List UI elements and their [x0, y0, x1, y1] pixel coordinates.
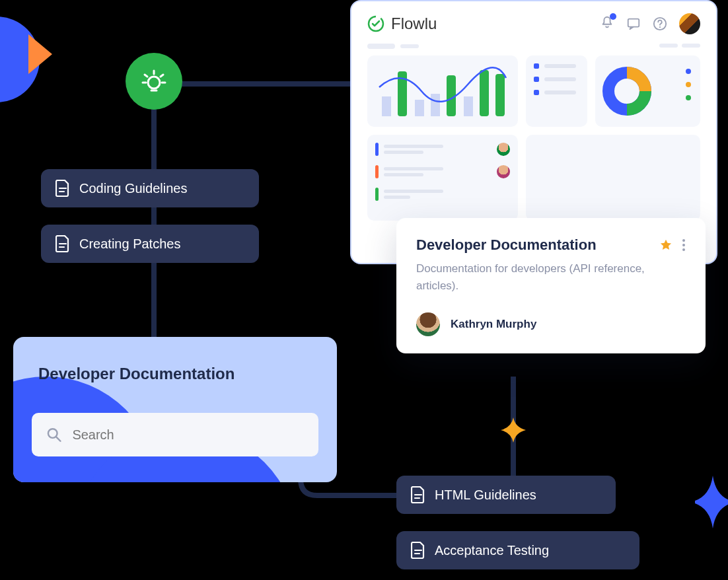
svg-point-23	[659, 26, 661, 28]
chip-label: Coding Guidelines	[79, 181, 187, 196]
svg-point-35	[682, 244, 685, 246]
chip-label: Acceptance Testing	[435, 543, 549, 558]
svg-rect-29	[464, 96, 473, 116]
donut-chart-icon	[602, 66, 652, 116]
notification-bell-button[interactable]	[600, 15, 614, 32]
chip-html-guidelines[interactable]: HTML Guidelines	[396, 476, 616, 514]
svg-rect-24	[382, 96, 391, 116]
search-input-container[interactable]	[32, 413, 318, 456]
chip-label: Creating Patches	[79, 236, 180, 252]
doc-card-author[interactable]: Kathryn Murphy	[416, 312, 686, 336]
widget-chart[interactable]	[367, 55, 518, 127]
search-card-title: Developer Documentation	[38, 365, 235, 383]
doc-detail-card: Developer Documentation Documentation fo…	[396, 218, 706, 353]
more-icon[interactable]	[682, 238, 686, 252]
decorative-orange-sparkle	[501, 417, 526, 443]
avatar-icon	[497, 165, 510, 178]
idea-bulb-badge	[126, 53, 182, 110]
widget-activity-feed[interactable]	[367, 135, 518, 221]
svg-rect-26	[415, 100, 424, 116]
app-header: Flowlu	[351, 1, 716, 44]
chat-icon[interactable]	[626, 17, 641, 31]
svg-line-19	[57, 437, 61, 441]
svg-point-36	[682, 248, 685, 251]
chip-coding-guidelines[interactable]: Coding Guidelines	[41, 169, 259, 207]
app-name: Flowlu	[391, 15, 437, 33]
decorative-blue-sparkle	[695, 476, 728, 528]
svg-line-6	[145, 75, 147, 77]
svg-rect-27	[431, 94, 440, 116]
user-avatar[interactable]	[679, 13, 700, 34]
flowlu-logo-icon	[367, 15, 384, 32]
notification-dot	[610, 13, 616, 20]
document-icon	[55, 235, 70, 252]
widget-empty[interactable]	[526, 135, 700, 221]
widget-donut[interactable]	[595, 55, 700, 127]
app-logo[interactable]: Flowlu	[367, 15, 437, 33]
doc-card-description: Documentation for developers (API refere…	[416, 260, 686, 294]
svg-rect-30	[480, 70, 489, 116]
svg-point-3	[148, 77, 160, 89]
svg-line-7	[161, 75, 163, 77]
app-header-icons	[600, 13, 700, 34]
document-icon	[55, 180, 70, 197]
svg-point-34	[682, 239, 685, 242]
document-icon	[411, 486, 425, 503]
help-icon[interactable]	[653, 17, 667, 31]
svg-rect-21	[628, 19, 639, 27]
doc-card-title: Developer Documentation	[416, 236, 597, 254]
search-input[interactable]	[72, 427, 304, 443]
skeleton-header-row	[367, 44, 700, 49]
document-icon	[411, 542, 425, 559]
chip-label: HTML Guidelines	[435, 488, 536, 503]
search-icon	[46, 426, 61, 443]
chip-creating-patches[interactable]: Creating Patches	[41, 225, 259, 263]
chip-acceptance-testing[interactable]: Acceptance Testing	[396, 531, 639, 569]
svg-point-33	[616, 81, 637, 102]
author-name: Kathryn Murphy	[451, 318, 536, 331]
widget-list[interactable]	[526, 55, 587, 127]
connector-line	[178, 81, 357, 87]
avatar-icon	[497, 143, 510, 156]
decorative-orange-triangle	[28, 34, 52, 74]
star-icon[interactable]	[659, 238, 673, 252]
lightbulb-icon	[139, 67, 168, 96]
app-body	[351, 44, 716, 221]
mini-bar-line-chart	[375, 63, 510, 119]
svg-rect-31	[495, 74, 505, 116]
search-card: Developer Documentation	[13, 337, 337, 482]
author-avatar	[416, 312, 440, 336]
svg-point-18	[48, 429, 57, 438]
